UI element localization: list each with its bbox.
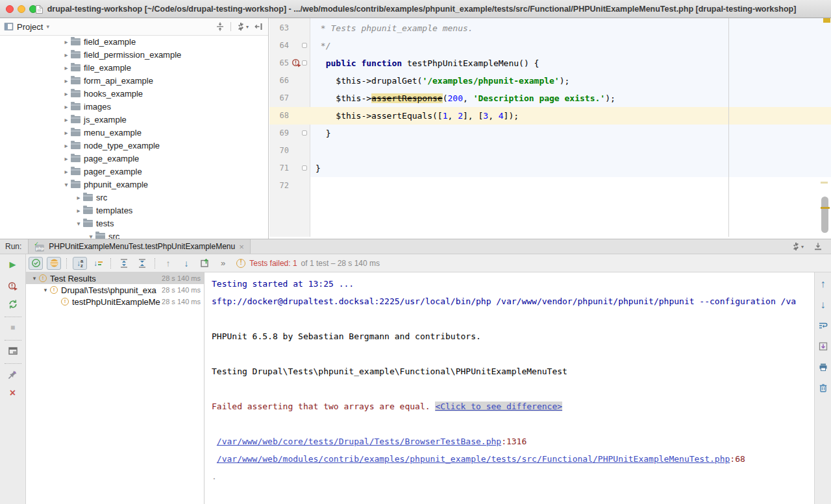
line-number[interactable]: 68	[269, 107, 289, 125]
editor-line-70[interactable]: 70	[269, 142, 831, 160]
pin-tab-button[interactable]	[6, 368, 20, 381]
collapse-expand-icon[interactable]	[215, 21, 225, 32]
editor-line-66[interactable]: 66 $this->drupalGet('/examples/phpunit-e…	[269, 72, 831, 90]
chevron-down-icon[interactable]: ▾	[46, 23, 49, 30]
result-row[interactable]: ▾!Test Results28 s 140 ms	[26, 272, 204, 284]
up-stacktrace-button[interactable]: ↑	[818, 279, 828, 289]
editor-line-63[interactable]: 63 * Tests phpunit_example menus.	[269, 19, 831, 37]
more-actions-icon[interactable]: »	[221, 258, 226, 268]
hide-panel-icon[interactable]	[813, 241, 823, 252]
toggle-auto-test-button[interactable]	[6, 298, 20, 311]
fold-marker-icon[interactable]	[302, 130, 307, 136]
tree-item-src[interactable]: ▾src	[0, 230, 268, 239]
console-link[interactable]: /var/www/web/core/tests/Drupal/Tests/Bro…	[217, 437, 501, 446]
code-text[interactable]	[310, 142, 831, 160]
tree-item-menu_example[interactable]: ▸menu_example	[0, 126, 268, 139]
show-ignored-toggle[interactable]	[47, 257, 61, 270]
tree-chevron-icon[interactable]: ▸	[62, 90, 71, 97]
line-number[interactable]: 64	[269, 37, 289, 54]
run-configuration-tab[interactable]: php✓ PHPUnitExampleMenuTest.testPhpUnitE…	[28, 239, 250, 254]
tree-item-page_example[interactable]: ▸page_example	[0, 152, 268, 165]
editor-line-71[interactable]: 71}	[269, 160, 831, 177]
project-panel-title[interactable]: Project	[17, 22, 43, 32]
failed-test-gutter-icon[interactable]	[291, 58, 301, 67]
previous-occurrence-button[interactable]: ↑	[161, 257, 175, 270]
tree-chevron-icon[interactable]: ▸	[62, 103, 71, 110]
fold-marker-icon[interactable]	[302, 43, 307, 48]
console-link[interactable]: /var/www/web/modules/contrib/examples/ph…	[217, 454, 730, 464]
code-text[interactable]: $this->drupalGet('/examples/phpunit-exam…	[310, 72, 831, 90]
tree-item-node_type_example[interactable]: ▸node_type_example	[0, 139, 268, 152]
line-number[interactable]: 66	[269, 72, 289, 90]
line-number[interactable]: 67	[269, 90, 289, 107]
close-button[interactable]: ×	[6, 387, 20, 400]
soft-wrap-button[interactable]	[818, 320, 828, 331]
tree-chevron-icon[interactable]: ▸	[62, 51, 71, 58]
code-text[interactable]: * Tests phpunit_example menus.	[310, 19, 831, 37]
tree-item-js_example[interactable]: ▸js_example	[0, 113, 268, 126]
editor-line-68[interactable]: 68 $this->assertEquals([1, 2], [3, 4]);	[269, 107, 831, 125]
sort-by-duration-button[interactable]: ↓	[91, 257, 105, 270]
tree-chevron-icon[interactable]: ▸	[74, 194, 83, 201]
close-icon[interactable]: ×	[239, 243, 244, 251]
line-number[interactable]: 69	[269, 125, 289, 142]
code-text[interactable]	[310, 177, 831, 195]
result-row[interactable]: ▾!Drupal\Tests\phpunit_exa28 s 140 ms	[26, 284, 204, 296]
line-number[interactable]: 72	[269, 177, 289, 195]
code-text[interactable]: public function testPhpUnitExampleMenu()…	[310, 54, 831, 72]
result-row[interactable]: !testPhpUnitExampleMe28 s 140 ms	[26, 296, 204, 307]
line-number[interactable]: 65	[269, 54, 289, 72]
tree-chevron-icon[interactable]: ▸	[62, 129, 71, 136]
print-button[interactable]	[818, 362, 828, 372]
inspection-indicator[interactable]	[823, 18, 830, 23]
sort-alphabetically-toggle[interactable]: ↓ az	[73, 257, 87, 270]
tree-item-phpunit_example[interactable]: ▾phpunit_example	[0, 178, 268, 191]
tree-chevron-icon[interactable]: ▸	[62, 38, 71, 45]
gear-icon[interactable]: ▾	[791, 242, 804, 251]
code-text[interactable]: }	[310, 160, 831, 177]
editor-line-65[interactable]: 65 public function testPhpUnitExampleMen…	[269, 54, 831, 72]
show-passed-toggle[interactable]	[29, 257, 43, 270]
tree-chevron-icon[interactable]: ▸	[62, 155, 71, 162]
editor-line-69[interactable]: 69 }	[269, 125, 831, 142]
rerun-failed-tests-button[interactable]	[6, 280, 20, 293]
tree-item-images[interactable]: ▸images	[0, 100, 268, 113]
clear-all-button[interactable]	[818, 383, 828, 393]
fold-marker-icon[interactable]	[302, 165, 307, 171]
expand-all-button[interactable]	[117, 257, 131, 270]
editor-line-67[interactable]: 67 $this->assertResponse(200, 'Descripti…	[269, 90, 831, 107]
code-text[interactable]: $this->assertEquals([1, 2], [3, 4]);	[310, 107, 831, 125]
tree-chevron-icon[interactable]: ▾	[41, 287, 50, 293]
tree-item-pager_example[interactable]: ▸pager_example	[0, 165, 268, 178]
tree-item-tests[interactable]: ▾tests	[0, 217, 268, 230]
down-stacktrace-button[interactable]: ↓	[818, 300, 828, 310]
line-number[interactable]: 70	[269, 142, 289, 160]
tree-chevron-icon[interactable]: ▾	[30, 275, 39, 282]
code-editor[interactable]: 63 * Tests phpunit_example menus.64 */65…	[269, 18, 831, 237]
code-text[interactable]: }	[310, 125, 831, 142]
restore-layout-button[interactable]	[6, 344, 20, 357]
tree-chevron-icon[interactable]: ▸	[62, 64, 71, 71]
stop-button[interactable]: ■	[6, 321, 20, 334]
tree-chevron-icon[interactable]: ▸	[62, 142, 71, 149]
tree-item-field_example[interactable]: ▸field_example	[0, 35, 268, 48]
tree-item-form_api_example[interactable]: ▸form_api_example	[0, 74, 268, 87]
tree-chevron-icon[interactable]: ▸	[74, 207, 83, 214]
tree-item-hooks_example[interactable]: ▸hooks_example	[0, 87, 268, 100]
console-link[interactable]: <Click to see difference>	[435, 402, 562, 411]
hide-panel-icon[interactable]	[254, 21, 264, 32]
next-occurrence-button[interactable]: ↓	[179, 257, 193, 270]
tree-chevron-icon[interactable]: ▸	[62, 77, 71, 84]
editor-line-64[interactable]: 64 */	[269, 37, 831, 54]
gear-icon[interactable]: ▾	[236, 22, 249, 31]
tree-item-file_example[interactable]: ▸file_example	[0, 61, 268, 74]
tree-chevron-icon[interactable]: ▾	[86, 233, 95, 239]
collapse-all-button[interactable]	[135, 257, 149, 270]
line-number[interactable]: 71	[269, 160, 289, 177]
tree-chevron-icon[interactable]: ▸	[62, 168, 71, 175]
tree-chevron-icon[interactable]: ▾	[74, 220, 83, 227]
code-text[interactable]: */	[310, 37, 831, 54]
line-number[interactable]: 63	[269, 19, 289, 37]
test-console[interactable]: Testing started at 13:25 ...sftp://docke…	[205, 272, 814, 504]
tree-chevron-icon[interactable]: ▸	[62, 116, 71, 123]
